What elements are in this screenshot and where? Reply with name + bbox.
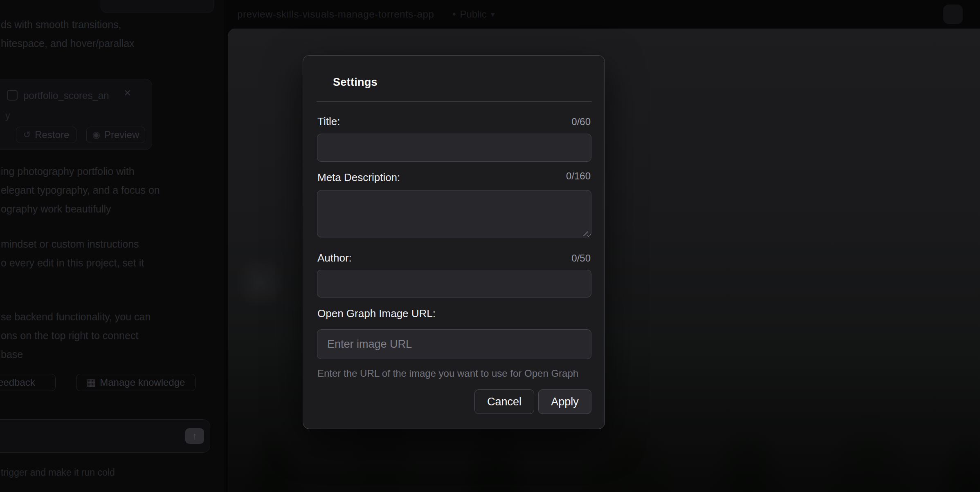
chevron-down-icon: ▾ [491,9,495,19]
cancel-button[interactable]: Cancel [474,389,534,414]
chat-message-line: mindset or custom instructions [1,238,139,250]
chat-message-line: hitespace, and hover/parallax [1,38,135,49]
title-field-label: Title: [317,115,340,128]
title-char-counter: 0/60 [571,116,591,127]
meta-description-char-counter: 0/160 [566,170,591,182]
eye-icon: ◉ [92,130,100,140]
chat-message-line: base [1,349,23,360]
chat-message-line: ons on the top right to connect [1,330,138,342]
visibility-label: Public [460,9,486,20]
version-card: portfolio_scores_an × y ↺ Restore ◉ Prev… [0,79,152,150]
title-input[interactable] [317,134,591,162]
preview-label: Preview [104,129,139,141]
attachment-file-name: portfolio_scores_an [23,90,109,101]
dialog-actions: Cancel Apply [474,389,591,414]
restore-icon: ↺ [23,130,31,140]
og-image-url-label: Open Graph Image URL: [317,307,436,320]
meta-description-textarea[interactable] [317,190,591,237]
knowledge-grid-icon: ▦ [87,377,96,388]
composer-disclaimer: trigger and make it run cold [1,467,115,478]
chat-composer: ↑ [0,419,210,453]
chat-message-line: elegant typography, and a focus on [1,184,160,196]
sidebar-top-tab[interactable] [101,0,214,13]
divider [317,101,592,102]
chat-message-line: o every edit in this project, set it [1,257,144,269]
author-field-label: Author: [317,252,352,264]
preview-button[interactable]: ◉ Preview [86,127,145,143]
settings-dialog: Settings Title: 0/60 Meta Description: 0… [303,55,605,429]
feedback-button[interactable]: feedback [0,374,56,391]
avatar[interactable] [943,4,963,24]
og-image-url-input[interactable] [317,329,591,359]
manage-knowledge-label: Manage knowledge [100,377,185,388]
chat-message-line: ography work beautifully [1,203,111,215]
separator-dot: • [452,9,456,20]
og-image-url-helper-text: Enter the URL of the image you want to u… [317,368,578,379]
feedback-label: feedback [0,377,35,388]
send-button[interactable]: ↑ [185,428,204,444]
send-icon: ↑ [192,430,197,441]
manage-knowledge-button[interactable]: ▦ Manage knowledge [76,374,196,391]
restore-button[interactable]: ↺ Restore [16,127,76,143]
chat-sidebar: ds with smooth transitions, hitespace, a… [0,0,224,492]
restore-label: Restore [35,129,69,141]
chat-input[interactable] [7,423,171,449]
dialog-title: Settings [333,76,378,89]
attachment-meta: y [5,110,10,121]
chat-message-line: ds with smooth transitions, [1,19,121,31]
file-icon [7,90,18,101]
chat-message-line: ing photography portfolio with [1,165,135,177]
chat-message-line: se backend functionality, you can [1,311,151,323]
project-title: preview-skills-visuals-manage-torrents-a… [237,9,434,20]
meta-description-label: Meta Description: [317,171,400,184]
visibility-dropdown[interactable]: • Public ▾ [452,9,495,20]
app-screen: preview-skills-visuals-manage-torrents-a… [0,0,980,492]
page-logo-glow [234,256,287,309]
close-icon[interactable]: × [124,87,131,99]
apply-button[interactable]: Apply [538,389,591,414]
author-char-counter: 0/50 [571,253,591,264]
author-input[interactable] [317,270,591,297]
